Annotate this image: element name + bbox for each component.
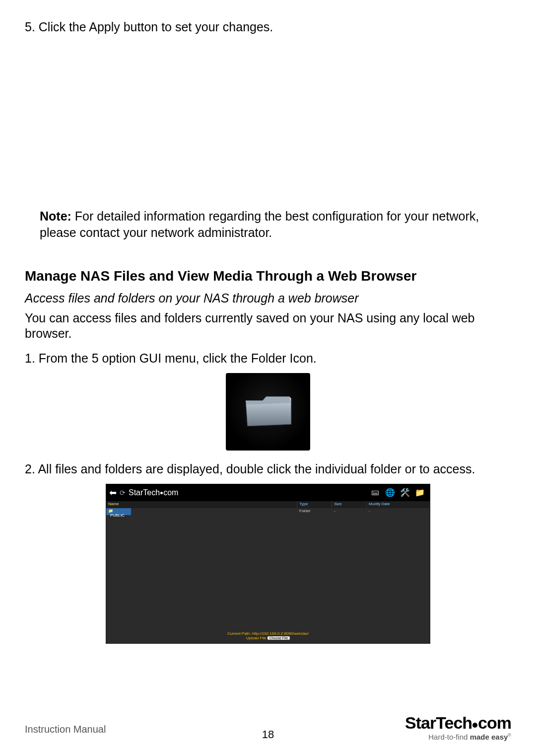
- refresh-icon[interactable]: ⟳: [120, 489, 126, 497]
- file-browser-toolbar: ⬅ ⟳ StarTechcom 🖴 🌐 🛠️ 📁: [106, 484, 430, 501]
- step-2: 2. All files and folders are displayed, …: [25, 461, 511, 477]
- back-arrow-icon[interactable]: ⬅: [109, 487, 117, 498]
- note-block: Note: For detailed information regarding…: [25, 208, 511, 240]
- folder-icon-figure: [226, 373, 310, 451]
- brand-logo: StarTechcom: [405, 713, 511, 733]
- current-path: http://192.168.0.2:8090/webdav/: [252, 631, 309, 636]
- page-number: 18: [262, 728, 274, 741]
- choose-file-button[interactable]: Choose File: [268, 636, 290, 640]
- file-browser-column-header: Name Type Size Modify Date: [106, 501, 430, 508]
- col-type[interactable]: Type: [297, 501, 332, 508]
- note-text: For detailed information regarding the b…: [40, 209, 479, 239]
- svg-point-0: [249, 428, 287, 433]
- toolbar-drive-icon[interactable]: 🖴: [368, 485, 382, 499]
- file-browser-footer: Current Path: http://192.168.0.2:8090/we…: [227, 631, 309, 640]
- step-1: 1. From the 5 option GUI menu, click the…: [25, 351, 511, 366]
- row-name: 📁 PUBLIC: [106, 508, 131, 515]
- folder-icon: [241, 389, 295, 434]
- row-type: Folder: [297, 508, 332, 515]
- toolbar-folder-icon[interactable]: 📁: [413, 485, 427, 499]
- footer-left-label: Instruction Manual: [25, 724, 106, 735]
- upload-file-label: Upload File: [246, 636, 266, 640]
- note-label: Note:: [40, 209, 71, 223]
- file-browser-figure: ⬅ ⟳ StarTechcom 🖴 🌐 🛠️ 📁 Name Type Size …: [106, 484, 430, 644]
- col-modify[interactable]: Modify Date: [367, 501, 430, 508]
- col-size[interactable]: Size: [332, 501, 367, 508]
- toolbar-globe-icon[interactable]: 🌐: [383, 485, 397, 499]
- toolbar-tools-icon[interactable]: 🛠️: [398, 485, 412, 499]
- brand-tagline: Hard-to-find made easy®: [405, 733, 511, 741]
- section-subheading: Access files and folders on your NAS thr…: [25, 291, 511, 305]
- current-path-label: Current Path:: [227, 631, 251, 636]
- brand-block: StarTechcom Hard-to-find made easy®: [405, 713, 511, 741]
- row-modify: -: [367, 508, 430, 515]
- file-browser-brand: StarTechcom: [129, 488, 178, 497]
- row-size: -: [332, 508, 367, 515]
- step-5: 5. Click the Apply button to set your ch…: [25, 20, 511, 34]
- file-browser-row-public[interactable]: 📁 PUBLIC Folder - -: [106, 508, 430, 515]
- col-name[interactable]: Name: [106, 501, 297, 508]
- intro-paragraph: You can access files and folders current…: [25, 310, 511, 342]
- section-heading: Manage NAS Files and View Media Through …: [25, 268, 511, 284]
